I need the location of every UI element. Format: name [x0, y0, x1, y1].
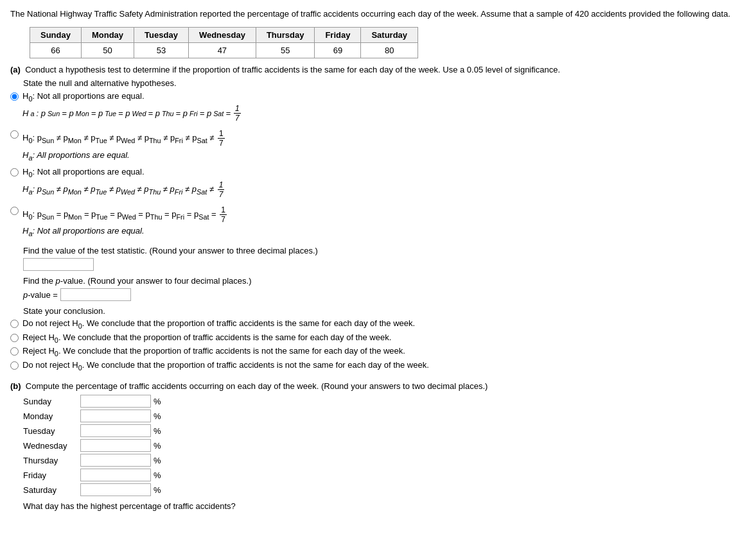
conclusion-text-3: Reject H0. We conclude that the proporti…	[22, 346, 405, 358]
percent-monday: %	[154, 411, 161, 421]
pvalue-input[interactable]	[60, 288, 131, 301]
option2-h0: H0: pSun ≠ pMon ≠ pTue ≠ pWed ≠ pThu ≠ p…	[22, 129, 226, 148]
pvalue-label-rest: -value. (Round your answer to four decim…	[60, 276, 252, 286]
percentage-thursday-input[interactable]	[80, 454, 151, 467]
part-b-label: (b)	[10, 381, 21, 391]
percent-sunday: %	[154, 397, 161, 406]
pvalue-prefix: p-value =	[23, 290, 58, 300]
hypothesis-option-3[interactable]: H0: Not all proportions are equal. Ha: p…	[10, 167, 746, 201]
percentage-saturday: Saturday %	[23, 483, 746, 496]
percentage-friday-input[interactable]	[80, 469, 151, 481]
radio-option-2[interactable]	[10, 130, 19, 139]
intro-text: The National Highway Traffic Safety Admi…	[10, 8, 746, 21]
part-b: (b) Compute the percentage of traffic ac…	[10, 381, 746, 511]
val-monday: 50	[81, 42, 134, 58]
part-a-label: (a)	[10, 65, 21, 74]
percentage-sunday: Sunday %	[23, 395, 746, 408]
bottom-question: What day has the highest percentage of t…	[23, 501, 746, 511]
percent-wednesday: %	[154, 441, 161, 451]
percent-thursday: %	[154, 456, 161, 465]
percentage-sunday-input[interactable]	[80, 395, 151, 408]
part-a-question: Conduct a hypothesis test to determine i…	[25, 65, 560, 74]
test-stat-input-wrapper	[23, 258, 746, 271]
option3-ha: Ha: pSun ≠ pMon ≠ pTue ≠ pWed ≠ pThu ≠ p…	[22, 180, 225, 200]
option4-ha: Ha: Not all proportions are equal.	[22, 226, 228, 237]
percentage-monday: Monday %	[23, 410, 746, 422]
radio-option-4[interactable]	[10, 207, 19, 215]
radio-conclusion-2[interactable]	[10, 334, 19, 342]
part-a-header: (a) Conduct a hypothesis test to determi…	[10, 65, 746, 74]
radio-conclusion-4[interactable]	[10, 361, 19, 370]
percentage-saturday-input[interactable]	[80, 483, 151, 496]
val-friday: 69	[315, 42, 361, 58]
col-sunday: Sunday	[30, 27, 82, 42]
percent-saturday: %	[154, 485, 161, 495]
radio-option-3[interactable]	[10, 168, 19, 177]
percentage-friday: Friday %	[23, 469, 746, 481]
pvalue-label-find: Find the	[23, 276, 56, 286]
state-hypotheses-label: State the null and alternative hypothese…	[23, 78, 746, 88]
percent-tuesday: %	[154, 426, 161, 436]
val-saturday: 80	[361, 42, 418, 58]
conclusion-option-1[interactable]: Do not reject H0. We conclude that the p…	[10, 318, 746, 330]
radio-conclusion-1[interactable]	[10, 320, 19, 328]
percentage-wednesday: Wednesday %	[23, 439, 746, 452]
data-table: Sunday Monday Tuesday Wednesday Thursday…	[30, 27, 418, 58]
test-stat-label: Find the value of the test statistic. (R…	[23, 246, 746, 255]
hypothesis-option-2[interactable]: H0: pSun ≠ pMon ≠ pTue ≠ pWed ≠ pThu ≠ p…	[10, 129, 746, 163]
option4-h0: H0: pSun = pMon = pTue = pWed = pThu = p…	[22, 205, 228, 225]
option1-h0: H0: Not all proportions are equal.	[22, 91, 242, 103]
conclusion-option-4[interactable]: Do not reject H0. We conclude that the p…	[10, 360, 746, 372]
test-stat-input[interactable]	[23, 258, 94, 271]
part-b-question: Compute the percentage of traffic accide…	[26, 381, 488, 391]
conclusion-text-1: Do not reject H0. We conclude that the p…	[22, 318, 415, 330]
option2-ha: Ha: All proportions are equal.	[22, 150, 226, 162]
day-saturday-label: Saturday	[23, 485, 78, 495]
day-thursday-label: Thursday	[23, 456, 78, 465]
day-tuesday-label: Tuesday	[23, 426, 78, 436]
col-friday: Friday	[315, 27, 361, 42]
option3-h0: H0: Not all proportions are equal.	[22, 167, 225, 178]
conclusion-text-2: Reject H0. We conclude that the proporti…	[22, 332, 391, 344]
day-wednesday-label: Wednesday	[23, 441, 78, 451]
pvalue-row: p-value =	[23, 288, 746, 301]
col-monday: Monday	[81, 27, 134, 42]
col-thursday: Thursday	[256, 27, 315, 42]
percentage-tuesday-input[interactable]	[80, 424, 151, 437]
percentage-tuesday: Tuesday %	[23, 424, 746, 437]
col-wednesday: Wednesday	[188, 27, 256, 42]
day-friday-label: Friday	[23, 470, 78, 480]
hypothesis-option-1[interactable]: H0: Not all proportions are equal. Ha: p…	[10, 91, 746, 125]
percentage-inputs: Sunday % Monday % Tuesday % Wednesday % …	[23, 395, 746, 496]
percentage-wednesday-input[interactable]	[80, 439, 151, 452]
conclusion-option-2[interactable]: Reject H0. We conclude that the proporti…	[10, 332, 746, 344]
option1-ha: Ha: pSun = pMon = pTue = pWed = pThu = p…	[22, 104, 242, 123]
percentage-thursday: Thursday %	[23, 454, 746, 467]
radio-option-1[interactable]	[10, 92, 19, 101]
pvalue-label-row: Find the p-value. (Round your answer to …	[23, 276, 746, 286]
pvalue-italic-p: p	[56, 276, 60, 286]
val-wednesday: 47	[188, 42, 256, 58]
part-b-header: (b) Compute the percentage of traffic ac…	[10, 381, 746, 391]
conclusion-label: State your conclusion.	[23, 306, 746, 316]
day-monday-label: Monday	[23, 411, 78, 421]
percent-friday: %	[154, 470, 161, 480]
radio-conclusion-3[interactable]	[10, 347, 19, 356]
hypothesis-option-4[interactable]: H0: pSun = pMon = pTue = pWed = pThu = p…	[10, 205, 746, 239]
sub-0: 0	[28, 94, 32, 102]
conclusion-option-3[interactable]: Reject H0. We conclude that the proporti…	[10, 346, 746, 358]
val-sunday: 66	[30, 42, 82, 58]
val-thursday: 55	[256, 42, 315, 58]
percentage-monday-input[interactable]	[80, 410, 151, 422]
val-tuesday: 53	[134, 42, 189, 58]
part-a: (a) Conduct a hypothesis test to determi…	[10, 65, 746, 372]
conclusion-text-4: Do not reject H0. We conclude that the p…	[22, 360, 429, 372]
col-tuesday: Tuesday	[134, 27, 189, 42]
col-saturday: Saturday	[361, 27, 418, 42]
day-sunday-label: Sunday	[23, 397, 78, 406]
